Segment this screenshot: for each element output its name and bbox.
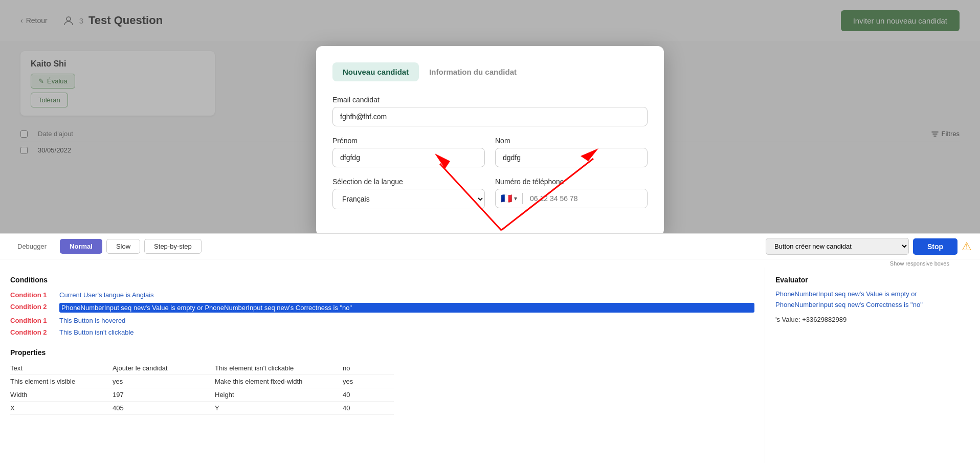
langue-select[interactable]: Français Anglais (332, 189, 485, 209)
debug-right-panel: Evaluator PhoneNumberInput seq new's Val… (765, 268, 980, 463)
condition-value-4[interactable]: This Button isn't clickable (59, 328, 754, 336)
nom-label: Nom (495, 137, 648, 145)
condition-row-3: Condition 1 This Button is hovered (10, 315, 754, 326)
prop-key-y: Y (215, 402, 343, 415)
phone-label: Numéro de téléphone (495, 178, 648, 186)
phone-flag-arrow: ▾ (514, 195, 517, 202)
email-group: Email candidat (332, 96, 648, 126)
prop-val-width: 197 (113, 388, 215, 402)
modal: Nouveau candidat Information du candidat… (316, 46, 664, 236)
modal-overlay: Nouveau candidat Information du candidat… (0, 0, 980, 233)
evaluator-expression[interactable]: PhoneNumberInput seq new's Value is empt… (775, 289, 970, 311)
prop-val-fixedwidth: yes (343, 375, 394, 388)
prop-key-width: Width (10, 388, 113, 402)
condition-label-3[interactable]: Condition 1 (10, 317, 51, 324)
prop-key-fixedwidth: Make this element fixed-width (215, 375, 343, 388)
properties-title: Properties (10, 348, 754, 357)
condition-row-2: Condition 2 PhoneNumberInput seq new's V… (10, 301, 754, 315)
tab-nouveau-candidat[interactable]: Nouveau candidat (332, 62, 419, 81)
phone-group: Numéro de téléphone 🇫🇷 ▾ (495, 178, 648, 209)
debugger-content: Conditions Condition 1 Current User's la… (0, 268, 980, 463)
stop-button[interactable]: Stop (913, 238, 957, 255)
evaluator-value-label: 's Value: (775, 316, 800, 323)
condition-row-4: Condition 2 This Button isn't clickable (10, 326, 754, 338)
condition-row-1: Condition 1 Current User's langue is Ang… (10, 289, 754, 301)
prop-val-x: 405 (113, 402, 215, 415)
phone-number-input[interactable] (523, 189, 647, 208)
debug-select-wrap: Button créer new candidat Stop ⚠ (766, 238, 972, 255)
phone-flag-button[interactable]: 🇫🇷 ▾ (496, 193, 523, 204)
debugger-toolbar: Debugger Normal Slow Step-by-step Button… (0, 234, 980, 259)
show-responsive-label[interactable]: Show responsive boxes (0, 259, 980, 268)
langue-phone-row: Sélection de la langue Français Anglais … (332, 178, 648, 219)
prop-key-visible: This element is visible (10, 375, 113, 388)
evaluator-value-number: +33629882989 (802, 316, 847, 323)
condition-label-2[interactable]: Condition 2 (10, 303, 51, 311)
condition-label-4[interactable]: Condition 2 (10, 328, 51, 336)
debugger-label: Debugger (8, 239, 56, 253)
prop-key-height: Height (215, 388, 343, 402)
france-flag-icon: 🇫🇷 (501, 193, 512, 204)
properties-section: Properties Text Ajouter le candidat This… (10, 348, 754, 415)
prop-val-clickable: no (343, 362, 394, 375)
prop-val-visible: yes (113, 375, 215, 388)
phone-input-wrap: 🇫🇷 ▾ (495, 189, 648, 208)
evaluator-value: 's Value: +33629882989 (775, 316, 970, 323)
prop-val-y: 40 (343, 402, 394, 415)
prenom-label: Prénom (332, 137, 485, 145)
debug-left-panel: Conditions Condition 1 Current User's la… (0, 268, 765, 463)
element-select[interactable]: Button créer new candidat (766, 238, 909, 255)
step-tab[interactable]: Step-by-step (144, 239, 202, 254)
prop-val-text: Ajouter le candidat (113, 362, 215, 375)
prenom-input[interactable] (332, 148, 485, 167)
name-row: Prénom Nom (332, 137, 648, 178)
conditions-table: Condition 1 Current User's langue is Ang… (10, 289, 754, 338)
prop-key-x: X (10, 402, 113, 415)
properties-grid: Text Ajouter le candidat This element is… (10, 362, 754, 415)
langue-group: Sélection de la langue Français Anglais (332, 178, 485, 209)
debugger-bar: Debugger Normal Slow Step-by-step Button… (0, 233, 980, 463)
prop-key-clickable: This element isn't clickable (215, 362, 343, 375)
prop-val-height: 40 (343, 388, 394, 402)
nom-input[interactable] (495, 148, 648, 167)
conditions-title: Conditions (10, 276, 754, 284)
condition-value-2[interactable]: PhoneNumberInput seq new's Value is empt… (59, 303, 754, 313)
condition-label-1[interactable]: Condition 1 (10, 291, 51, 299)
prop-key-text: Text (10, 362, 113, 375)
tab-information-candidat[interactable]: Information du candidat (419, 62, 527, 81)
evaluator-title: Evaluator (775, 276, 970, 284)
email-input[interactable] (332, 107, 648, 126)
normal-tab[interactable]: Normal (60, 239, 102, 254)
email-label: Email candidat (332, 96, 648, 104)
langue-label: Sélection de la langue (332, 178, 485, 186)
warning-icon[interactable]: ⚠ (962, 240, 972, 253)
condition-value-3[interactable]: This Button is hovered (59, 317, 754, 324)
slow-tab[interactable]: Slow (106, 239, 140, 254)
prenom-group: Prénom (332, 137, 485, 167)
condition-value-1[interactable]: Current User's langue is Anglais (59, 291, 754, 299)
nom-group: Nom (495, 137, 648, 167)
modal-tabs: Nouveau candidat Information du candidat (332, 62, 648, 81)
